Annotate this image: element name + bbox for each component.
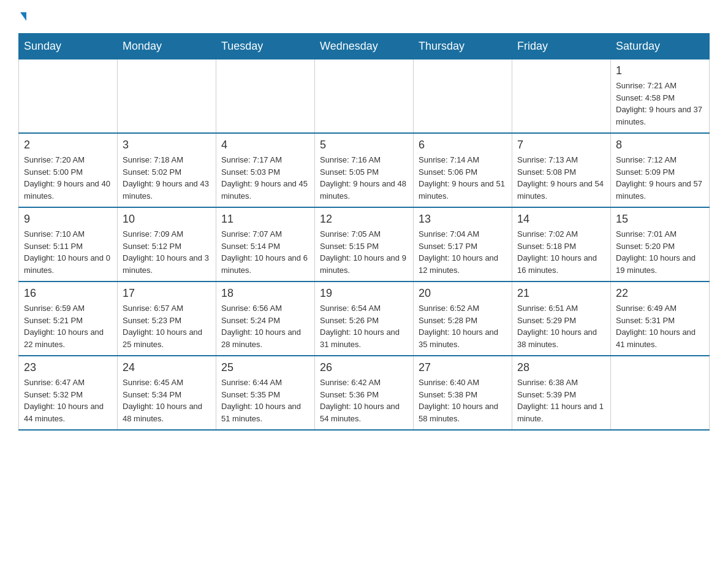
calendar-week-row: 16Sunrise: 6:59 AM Sunset: 5:21 PM Dayli…	[19, 282, 710, 356]
day-number: 3	[123, 139, 211, 151]
day-number: 11	[221, 213, 309, 226]
day-info: Sunrise: 7:01 AM Sunset: 5:20 PM Dayligh…	[616, 228, 704, 276]
calendar-cell	[19, 59, 118, 134]
day-number: 23	[24, 361, 112, 374]
day-info: Sunrise: 6:44 AM Sunset: 5:35 PM Dayligh…	[221, 377, 309, 424]
day-info: Sunrise: 7:05 AM Sunset: 5:15 PM Dayligh…	[320, 228, 408, 276]
day-number: 12	[320, 213, 408, 226]
day-info: Sunrise: 6:59 AM Sunset: 5:21 PM Dayligh…	[24, 302, 112, 350]
day-info: Sunrise: 6:47 AM Sunset: 5:32 PM Dayligh…	[24, 377, 112, 424]
calendar-cell: 28Sunrise: 6:38 AM Sunset: 5:39 PM Dayli…	[512, 356, 611, 430]
day-number: 13	[419, 213, 507, 226]
day-number: 18	[221, 287, 309, 300]
calendar-cell: 16Sunrise: 6:59 AM Sunset: 5:21 PM Dayli…	[19, 282, 118, 356]
day-info: Sunrise: 6:56 AM Sunset: 5:24 PM Dayligh…	[221, 302, 309, 350]
day-info: Sunrise: 7:20 AM Sunset: 5:00 PM Dayligh…	[24, 154, 112, 202]
calendar-cell: 17Sunrise: 6:57 AM Sunset: 5:23 PM Dayli…	[118, 282, 216, 356]
calendar-cell	[118, 59, 216, 134]
calendar-week-row: 23Sunrise: 6:47 AM Sunset: 5:32 PM Dayli…	[19, 356, 710, 430]
calendar-cell	[315, 59, 414, 134]
day-info: Sunrise: 7:17 AM Sunset: 5:03 PM Dayligh…	[221, 154, 309, 202]
day-info: Sunrise: 7:10 AM Sunset: 5:11 PM Dayligh…	[24, 228, 112, 276]
day-of-week-header: Tuesday	[216, 34, 315, 59]
calendar-cell: 22Sunrise: 6:49 AM Sunset: 5:31 PM Dayli…	[611, 282, 710, 356]
day-number: 16	[24, 287, 112, 300]
day-info: Sunrise: 6:42 AM Sunset: 5:36 PM Dayligh…	[320, 377, 408, 424]
day-number: 10	[123, 213, 211, 226]
day-info: Sunrise: 7:02 AM Sunset: 5:18 PM Dayligh…	[517, 228, 605, 276]
day-info: Sunrise: 6:57 AM Sunset: 5:23 PM Dayligh…	[123, 302, 211, 350]
day-info: Sunrise: 7:21 AM Sunset: 4:58 PM Dayligh…	[616, 80, 704, 128]
calendar-cell: 10Sunrise: 7:09 AM Sunset: 5:12 PM Dayli…	[118, 207, 216, 282]
day-of-week-header: Friday	[512, 34, 611, 59]
calendar-cell: 20Sunrise: 6:52 AM Sunset: 5:28 PM Dayli…	[414, 282, 512, 356]
calendar-cell: 6Sunrise: 7:14 AM Sunset: 5:06 PM Daylig…	[414, 133, 512, 207]
day-number: 6	[419, 139, 507, 151]
day-of-week-header: Sunday	[19, 34, 118, 59]
day-number: 22	[616, 287, 704, 300]
day-info: Sunrise: 6:38 AM Sunset: 5:39 PM Dayligh…	[517, 377, 605, 424]
day-number: 28	[517, 361, 605, 374]
calendar-header-row: SundayMondayTuesdayWednesdayThursdayFrid…	[19, 34, 710, 59]
calendar-cell: 4Sunrise: 7:17 AM Sunset: 5:03 PM Daylig…	[216, 133, 315, 207]
day-number: 27	[419, 361, 507, 374]
day-number: 7	[517, 139, 605, 151]
calendar-week-row: 1Sunrise: 7:21 AM Sunset: 4:58 PM Daylig…	[19, 59, 710, 134]
calendar-cell: 5Sunrise: 7:16 AM Sunset: 5:05 PM Daylig…	[315, 133, 414, 207]
day-info: Sunrise: 6:40 AM Sunset: 5:38 PM Dayligh…	[419, 377, 507, 424]
calendar-cell: 14Sunrise: 7:02 AM Sunset: 5:18 PM Dayli…	[512, 207, 611, 282]
day-of-week-header: Monday	[118, 34, 216, 59]
calendar-cell: 1Sunrise: 7:21 AM Sunset: 4:58 PM Daylig…	[611, 59, 710, 134]
calendar-cell: 2Sunrise: 7:20 AM Sunset: 5:00 PM Daylig…	[19, 133, 118, 207]
calendar-cell: 26Sunrise: 6:42 AM Sunset: 5:36 PM Dayli…	[315, 356, 414, 430]
logo	[18, 12, 26, 21]
day-info: Sunrise: 7:09 AM Sunset: 5:12 PM Dayligh…	[123, 228, 211, 276]
day-info: Sunrise: 7:12 AM Sunset: 5:09 PM Dayligh…	[616, 154, 704, 202]
day-number: 24	[123, 361, 211, 374]
day-number: 25	[221, 361, 309, 374]
day-number: 26	[320, 361, 408, 374]
day-of-week-header: Wednesday	[315, 34, 414, 59]
day-of-week-header: Saturday	[611, 34, 710, 59]
day-number: 1	[616, 64, 704, 77]
calendar-cell	[611, 356, 710, 430]
day-number: 5	[320, 139, 408, 151]
day-info: Sunrise: 6:54 AM Sunset: 5:26 PM Dayligh…	[320, 302, 408, 350]
day-info: Sunrise: 7:04 AM Sunset: 5:17 PM Dayligh…	[419, 228, 507, 276]
day-number: 8	[616, 139, 704, 151]
day-number: 15	[616, 213, 704, 226]
calendar-table: SundayMondayTuesdayWednesdayThursdayFrid…	[18, 33, 710, 431]
calendar-cell: 7Sunrise: 7:13 AM Sunset: 5:08 PM Daylig…	[512, 133, 611, 207]
day-info: Sunrise: 6:45 AM Sunset: 5:34 PM Dayligh…	[123, 377, 211, 424]
day-number: 14	[517, 213, 605, 226]
calendar-cell: 12Sunrise: 7:05 AM Sunset: 5:15 PM Dayli…	[315, 207, 414, 282]
logo-arrow-icon	[20, 12, 26, 21]
calendar-cell: 9Sunrise: 7:10 AM Sunset: 5:11 PM Daylig…	[19, 207, 118, 282]
day-number: 2	[24, 139, 112, 151]
calendar-cell: 19Sunrise: 6:54 AM Sunset: 5:26 PM Dayli…	[315, 282, 414, 356]
calendar-cell: 15Sunrise: 7:01 AM Sunset: 5:20 PM Dayli…	[611, 207, 710, 282]
calendar-cell	[414, 59, 512, 134]
calendar-cell: 11Sunrise: 7:07 AM Sunset: 5:14 PM Dayli…	[216, 207, 315, 282]
calendar-cell: 13Sunrise: 7:04 AM Sunset: 5:17 PM Dayli…	[414, 207, 512, 282]
day-info: Sunrise: 6:49 AM Sunset: 5:31 PM Dayligh…	[616, 302, 704, 350]
day-number: 4	[221, 139, 309, 151]
page-header	[18, 12, 710, 21]
day-info: Sunrise: 7:18 AM Sunset: 5:02 PM Dayligh…	[123, 154, 211, 202]
day-of-week-header: Thursday	[414, 34, 512, 59]
day-info: Sunrise: 7:13 AM Sunset: 5:08 PM Dayligh…	[517, 154, 605, 202]
day-number: 9	[24, 213, 112, 226]
day-number: 21	[517, 287, 605, 300]
day-number: 17	[123, 287, 211, 300]
calendar-cell: 21Sunrise: 6:51 AM Sunset: 5:29 PM Dayli…	[512, 282, 611, 356]
day-info: Sunrise: 7:14 AM Sunset: 5:06 PM Dayligh…	[419, 154, 507, 202]
calendar-week-row: 9Sunrise: 7:10 AM Sunset: 5:11 PM Daylig…	[19, 207, 710, 282]
day-info: Sunrise: 7:07 AM Sunset: 5:14 PM Dayligh…	[221, 228, 309, 276]
day-number: 20	[419, 287, 507, 300]
day-info: Sunrise: 7:16 AM Sunset: 5:05 PM Dayligh…	[320, 154, 408, 202]
calendar-cell: 18Sunrise: 6:56 AM Sunset: 5:24 PM Dayli…	[216, 282, 315, 356]
calendar-cell: 27Sunrise: 6:40 AM Sunset: 5:38 PM Dayli…	[414, 356, 512, 430]
calendar-cell: 25Sunrise: 6:44 AM Sunset: 5:35 PM Dayli…	[216, 356, 315, 430]
calendar-cell: 24Sunrise: 6:45 AM Sunset: 5:34 PM Dayli…	[118, 356, 216, 430]
calendar-cell: 8Sunrise: 7:12 AM Sunset: 5:09 PM Daylig…	[611, 133, 710, 207]
